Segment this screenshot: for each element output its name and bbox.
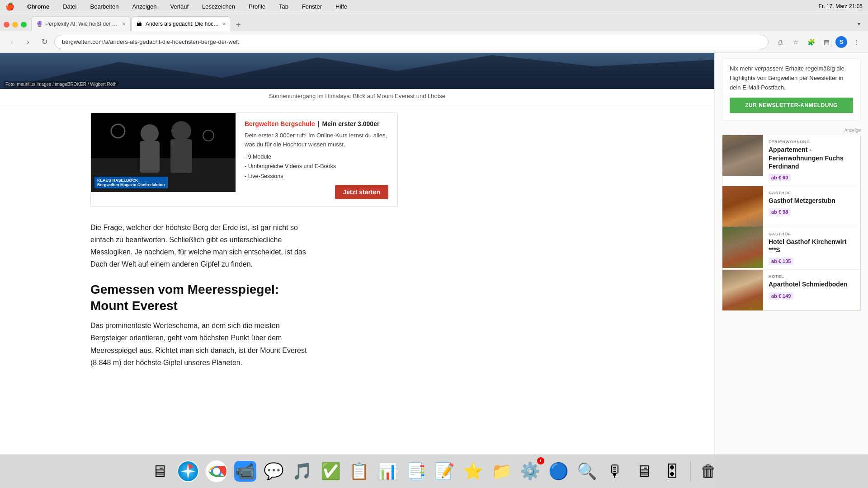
course-cta-button[interactable]: Jetzt starten [335, 185, 388, 199]
tab-1-close[interactable]: × [122, 20, 126, 28]
ad-content-3: GASTHOF Hotel Gasthof Kirchenwirt ***S a… [763, 227, 860, 269]
menubar-bearbeiten[interactable]: Bearbeiten [87, 2, 121, 11]
ad-price-3: ab € 135 [769, 258, 793, 265]
dock-word[interactable]: 📝 [432, 459, 457, 484]
dock-zoom[interactable]: 📹 [233, 459, 258, 484]
menubar-lesezeichen[interactable]: Lesezeichen [199, 2, 238, 11]
tab-bar: 🔮 Perplexity AI: Wie heißt der h... × 🏔 … [0, 13, 868, 31]
newsletter-box: Nix mehr verpassen! Erhalte regelmäßig d… [722, 58, 861, 121]
course-name: Mein erster 3.000er [322, 120, 380, 127]
dock-todoist[interactable]: ✅ [318, 459, 343, 484]
svg-rect-5 [140, 141, 160, 173]
article-main: Foto: mauritius.images / imageBROKER / W… [0, 53, 714, 488]
back-button[interactable]: ‹ [5, 36, 18, 48]
article-paragraph-1: Die Frage, welcher der höchste Berg der … [90, 221, 316, 271]
ad-category-2: GASTHOF [769, 191, 855, 195]
apple-menu[interactable]: 🍎 [5, 2, 14, 11]
menubar-verlauf[interactable]: Verlauf [168, 2, 191, 11]
course-info: Bergwelten Bergschule | Mein erster 3.00… [236, 113, 397, 206]
browser-window: 🔮 Perplexity AI: Wie heißt der h... × 🏔 … [0, 13, 868, 488]
article-heading: Gemessen vom Meeresspiegel: Mount Everes… [90, 282, 316, 314]
menubar-profile[interactable]: Profile [246, 2, 268, 11]
reload-button[interactable]: ↻ [38, 36, 51, 48]
tab-1-favicon: 🔮 [36, 21, 42, 27]
video-presenter-label: KLAUS HASELBÖCK Bergwelten Magazin Chefr… [94, 177, 168, 188]
dock-controlroom[interactable]: 🎛 [660, 459, 685, 484]
profile-avatar[interactable]: S [835, 36, 847, 48]
dock-safari[interactable] [176, 459, 201, 484]
ad-price-4: ab € 149 [769, 292, 793, 300]
menubar-fenster[interactable]: Fenster [299, 2, 325, 11]
dock-mercury[interactable]: 🔵 [546, 459, 571, 484]
extension-icon[interactable]: 🧩 [805, 36, 817, 48]
dock-chrome[interactable] [204, 459, 229, 484]
course-banner[interactable]: ▶ KLAUS HASELBÖCK Bergwelten Magazin Che… [90, 113, 398, 207]
ad-item-2[interactable]: GASTHOF Gasthof Metzgerstubn ab € 98 [722, 186, 860, 227]
newsletter-text: Nix mehr verpassen! Erhalte regelmäßig d… [730, 64, 853, 92]
dock-powerpoint[interactable]: 📑 [404, 459, 429, 484]
ad-item-1[interactable]: FERIENWOHNUNG Appartement - Ferienwohnun… [722, 135, 860, 186]
menubar-anzeigen[interactable]: Anzeigen [129, 2, 159, 11]
svg-point-16 [213, 468, 220, 475]
anzeige-label: Anzeige [722, 128, 861, 133]
dock-whatsapp[interactable]: 💬 [261, 459, 286, 484]
dock-google-drive[interactable]: 📁 [489, 459, 514, 484]
article-paragraph-2: Das prominenteste Werteschema, an dem si… [90, 319, 316, 369]
menubar-right: Fr. 17. März 21:05 [819, 3, 863, 9]
tab-1[interactable]: 🔮 Perplexity AI: Wie heißt der h... × [31, 16, 131, 31]
address-input[interactable]: bergwelten.com/a/anders-als-gedacht-die-… [54, 35, 769, 49]
dock-finder[interactable]: 🖥 [147, 459, 172, 484]
course-video-thumbnail[interactable]: ▶ KLAUS HASELBÖCK Bergwelten Magazin Che… [91, 113, 236, 192]
tab-2-favicon: 🏔 [137, 21, 143, 27]
dock-configurator[interactable]: 🖥 [632, 459, 656, 484]
dock-system-prefs[interactable]: ⚙️ 1 [518, 459, 542, 484]
menubar-datei[interactable]: Datei [60, 2, 79, 11]
ad-content-2: GASTHOF Gasthof Metzgerstubn ab € 98 [763, 186, 860, 227]
sidebar: Nix mehr verpassen! Erhalte regelmäßig d… [714, 53, 868, 488]
share-icon[interactable]: ⎙ [774, 36, 787, 48]
ad-item-3[interactable]: GASTHOF Hotel Gasthof Kirchenwirt ***S a… [722, 227, 860, 270]
svg-rect-7 [170, 139, 192, 173]
page-content: Foto: mauritius.images / imageBROKER / W… [0, 53, 868, 488]
tab-2[interactable]: 🏔 Anders als gedacht: Die höchs... × [132, 16, 231, 31]
hero-image: Foto: mauritius.images / imageBROKER / W… [0, 53, 714, 89]
course-desc: Dein erster 3.000er ruft! Im Online-Kurs… [245, 131, 388, 149]
sidebar-toggle-icon[interactable]: ▤ [820, 36, 833, 48]
menubar-tab[interactable]: Tab [276, 2, 291, 11]
ad-category-4: HOTEL [769, 274, 855, 279]
more-menu-icon[interactable]: ⋮ [850, 36, 863, 48]
tab-bar-right: ▾ [854, 19, 864, 31]
svg-point-4 [141, 124, 159, 142]
dock-reeder[interactable]: ⭐ [461, 459, 486, 484]
ad-category-1: FERIENWOHNUNG [769, 140, 855, 144]
tab-list-button[interactable]: ▾ [854, 19, 864, 29]
ad-title-4: Aparthotel Schmiedboden [769, 280, 855, 288]
bookmark-icon[interactable]: ☆ [789, 36, 802, 48]
menubar-chrome[interactable]: Chrome [24, 2, 52, 11]
tab-2-close[interactable]: × [222, 20, 226, 28]
newsletter-cta-button[interactable]: ZUR NEWSLETTER-ANMELDUNG [730, 98, 853, 113]
close-button[interactable] [4, 22, 9, 28]
ad-title-1: Appartement - Ferienwohnungen Fuchs Ferd… [769, 145, 855, 170]
traffic-lights [4, 22, 30, 31]
dock: 🖥 📹 💬 🎵 [0, 454, 868, 488]
new-tab-button[interactable]: + [232, 19, 245, 31]
minimize-button[interactable] [12, 22, 18, 28]
dock-excel[interactable]: 📊 [375, 459, 400, 484]
dock-trash[interactable]: 🗑 [696, 459, 721, 484]
ad-price-2: ab € 98 [769, 208, 791, 216]
ad-item-4[interactable]: HOTEL Aparthotel Schmiedboden ab € 149 [722, 270, 860, 310]
address-bar: ‹ › ↻ bergwelten.com/a/anders-als-gedach… [0, 31, 868, 53]
menubar-hilfe[interactable]: Hilfe [333, 2, 350, 11]
forward-button[interactable]: › [22, 36, 34, 48]
photo-credit: Foto: mauritius.images / imageBROKER / W… [4, 81, 118, 87]
maximize-button[interactable] [21, 22, 27, 28]
dock-spotify[interactable]: 🎵 [290, 459, 315, 484]
ad-content-4: HOTEL Aparthotel Schmiedboden ab € 149 [763, 270, 860, 310]
svg-point-6 [171, 121, 191, 141]
ad-title-2: Gasthof Metzgerstubn [769, 197, 855, 205]
dock-trello[interactable]: 📋 [347, 459, 372, 484]
article-body: Die Frage, welcher der höchste Berg der … [0, 214, 407, 385]
dock-voice-memos[interactable]: 🎙 [603, 459, 628, 484]
dock-proxyman[interactable]: 🔍 [575, 459, 599, 484]
